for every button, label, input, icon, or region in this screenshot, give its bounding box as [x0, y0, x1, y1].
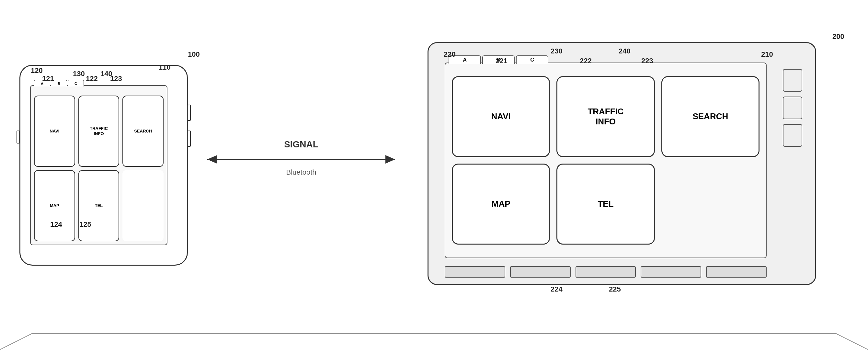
- ref-120: 120: [31, 66, 43, 75]
- device-200-bottom-btn3[interactable]: [576, 266, 636, 277]
- device-200-search-button[interactable]: SEARCH: [661, 76, 760, 157]
- device-200-right-buttons: [783, 69, 809, 258]
- device-100-tel-button[interactable]: TEL: [79, 170, 120, 241]
- ref-225: 225: [609, 285, 621, 294]
- diagram-container: A B C NAVI TRAFFICINFO SEARCH MAP TEL SI…: [0, 0, 868, 356]
- ref-100: 100: [188, 50, 200, 59]
- device-100-empty: [122, 170, 163, 241]
- device-200-navi-button[interactable]: NAVI: [452, 76, 550, 157]
- device-200-empty: [661, 164, 760, 244]
- device-200-bottom-btn1[interactable]: [445, 266, 505, 277]
- tab-200-c[interactable]: C: [516, 55, 548, 64]
- signal-area: SIGNAL Bluetooth: [188, 139, 414, 177]
- ref-121: 121: [42, 75, 54, 83]
- device-100: A B C NAVI TRAFFICINFO SEARCH MAP TEL: [20, 65, 188, 266]
- ref-230: 230: [551, 47, 563, 55]
- device-200-bottom-bar: [445, 266, 767, 277]
- device-200-traffic-button[interactable]: TRAFFICINFO: [556, 76, 655, 157]
- device-200-bottom-btn5[interactable]: [706, 266, 767, 277]
- device-200-screen: A B C NAVI TRAFFICINFO SEARCH MAP TEL: [445, 62, 767, 258]
- svg-marker-1: [207, 155, 217, 164]
- ref-200: 200: [832, 32, 844, 41]
- device-100-navi-button[interactable]: NAVI: [34, 95, 75, 167]
- ref-123: 123: [110, 75, 122, 83]
- device-100-traffic-button[interactable]: TRAFFICINFO: [79, 95, 120, 167]
- bottom-line-svg: [0, 324, 868, 356]
- ref-122: 122: [86, 75, 98, 83]
- svg-marker-2: [385, 155, 395, 164]
- device-100-map-button[interactable]: MAP: [34, 170, 75, 241]
- signal-arrow: [188, 151, 414, 168]
- device-100-search-button[interactable]: SEARCH: [122, 95, 163, 167]
- device-100-tabs: A B C: [34, 80, 84, 87]
- device-200-right-btn3[interactable]: [783, 124, 802, 147]
- device-200: A B C NAVI TRAFFICINFO SEARCH MAP TEL: [428, 42, 816, 285]
- device-100-right-btn1: [188, 105, 191, 121]
- device-100-button-grid: NAVI TRAFFICINFO SEARCH MAP TEL: [34, 95, 163, 241]
- device-200-tel-button[interactable]: TEL: [556, 164, 655, 244]
- device-200-button-grid: NAVI TRAFFICINFO SEARCH MAP TEL: [452, 76, 760, 244]
- device-200-right-btn1[interactable]: [783, 69, 802, 92]
- device-200-bottom-btn2[interactable]: [510, 266, 571, 277]
- ref-223: 223: [641, 57, 653, 65]
- ref-224: 224: [551, 285, 563, 294]
- device-200-map-button[interactable]: MAP: [452, 164, 550, 244]
- ref-220: 220: [444, 50, 456, 59]
- ref-210: 210: [761, 50, 773, 59]
- ref-221: 221: [496, 57, 507, 65]
- device-100-side-button: [17, 130, 20, 144]
- ref-240: 240: [619, 47, 630, 55]
- tab-100-c[interactable]: C: [68, 80, 84, 87]
- ref-130: 130: [73, 70, 85, 78]
- signal-sublabel: Bluetooth: [286, 168, 316, 177]
- ref-125: 125: [79, 220, 91, 229]
- signal-label: SIGNAL: [284, 139, 318, 150]
- device-200-bottom-btn4[interactable]: [641, 266, 701, 277]
- ref-124: 124: [50, 220, 62, 229]
- ref-110: 110: [159, 63, 171, 71]
- ref-222: 222: [580, 57, 592, 65]
- device-200-right-btn2[interactable]: [783, 96, 802, 119]
